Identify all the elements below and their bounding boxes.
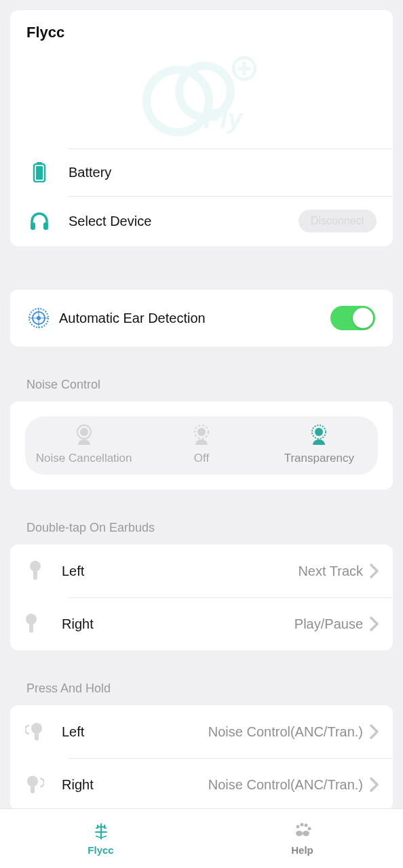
- double-tap-right-row[interactable]: Right Play/Pause: [10, 597, 393, 650]
- select-device-label: Select Device: [69, 214, 299, 229]
- double-tap-card: Left Next Track Right Play/Pause: [10, 545, 393, 650]
- battery-row[interactable]: Battery: [10, 149, 393, 196]
- svg-point-35: [307, 827, 311, 831]
- noise-control-card: Noise Cancellation Off: [10, 401, 393, 490]
- auto-ear-detection-label: Automatic Ear Detection: [59, 311, 330, 326]
- help-tab-icon: [292, 821, 313, 842]
- transparency-icon: [307, 425, 330, 448]
- battery-icon: [29, 162, 50, 182]
- select-device-row[interactable]: Select Device Disconnect: [10, 196, 393, 246]
- svg-point-18: [197, 428, 206, 436]
- chevron-right-icon: [370, 616, 379, 631]
- svg-point-33: [300, 823, 303, 827]
- ear-detection-icon: [28, 307, 50, 329]
- svg-rect-10: [43, 222, 48, 230]
- svg-point-31: [303, 831, 309, 836]
- chevron-right-icon: [370, 777, 379, 792]
- noise-off-option[interactable]: Off: [142, 420, 260, 471]
- brand-logo: Fly: [10, 47, 393, 149]
- double-tap-right-label: Right: [62, 616, 294, 632]
- press-hold-card: Left Noise Control(ANC/Tran.) Right Nois…: [10, 705, 393, 808]
- noise-cancellation-icon: [73, 425, 96, 448]
- tab-help-label: Help: [291, 844, 313, 856]
- noise-off-icon: [190, 425, 213, 448]
- earbud-right-icon: [25, 614, 41, 634]
- transparency-option[interactable]: Transparency: [261, 420, 378, 471]
- press-hold-right-value: Noise Control(ANC/Tran.): [208, 777, 363, 793]
- press-hold-left-label: Left: [62, 724, 208, 740]
- bottom-tabbar: Flycc Help: [0, 808, 403, 868]
- chevron-right-icon: [370, 564, 379, 578]
- auto-ear-detection-toggle[interactable]: [330, 306, 375, 330]
- svg-rect-27: [35, 730, 39, 741]
- earbud-right-press-icon: [25, 774, 41, 795]
- svg-rect-25: [29, 620, 33, 633]
- noise-off-label: Off: [194, 452, 209, 465]
- tab-flycc-label: Flycc: [88, 844, 113, 856]
- disconnect-button[interactable]: Disconnect: [299, 210, 377, 233]
- press-hold-left-row[interactable]: Left Noise Control(ANC/Tran.): [10, 705, 393, 758]
- svg-rect-23: [33, 568, 37, 580]
- svg-rect-8: [36, 166, 43, 180]
- press-hold-right-label: Right: [62, 777, 208, 793]
- double-tap-left-row[interactable]: Left Next Track: [10, 545, 393, 597]
- press-hold-right-row[interactable]: Right Noise Control(ANC/Tran.): [10, 758, 393, 808]
- app-title: Flycc: [10, 10, 393, 47]
- noise-control-segmented: Noise Cancellation Off: [25, 416, 378, 475]
- svg-rect-29: [31, 783, 35, 793]
- transparency-label: Transparency: [284, 452, 354, 465]
- svg-rect-9: [31, 222, 35, 230]
- double-tap-section-label: Double-tap On Earbuds: [10, 500, 393, 545]
- headphones-icon: [29, 211, 50, 231]
- earbud-left-icon: [25, 561, 41, 581]
- svg-point-34: [304, 824, 307, 827]
- double-tap-left-label: Left: [62, 564, 298, 579]
- tab-help[interactable]: Help: [202, 809, 403, 868]
- svg-point-16: [80, 428, 88, 436]
- svg-text:Fly: Fly: [204, 104, 244, 134]
- double-tap-right-value: Play/Pause: [294, 616, 363, 632]
- flycc-tab-icon: [91, 821, 111, 842]
- noise-cancellation-option[interactable]: Noise Cancellation: [25, 420, 142, 471]
- double-tap-left-value: Next Track: [298, 564, 363, 579]
- svg-point-20: [315, 428, 323, 436]
- earbud-left-press-icon: [25, 722, 41, 742]
- press-hold-section-label: Press And Hold: [10, 661, 393, 705]
- chevron-right-icon: [370, 724, 379, 739]
- noise-control-section-label: Noise Control: [10, 357, 393, 401]
- svg-point-30: [296, 831, 303, 836]
- device-header-card: Flycc Fly Battery: [10, 10, 393, 246]
- press-hold-left-value: Noise Control(ANC/Tran.): [208, 724, 363, 740]
- noise-cancellation-label: Noise Cancellation: [36, 452, 132, 465]
- auto-ear-detection-row: Automatic Ear Detection: [10, 290, 393, 347]
- svg-point-32: [296, 825, 299, 829]
- tab-flycc[interactable]: Flycc: [0, 809, 202, 868]
- battery-label: Battery: [69, 165, 377, 180]
